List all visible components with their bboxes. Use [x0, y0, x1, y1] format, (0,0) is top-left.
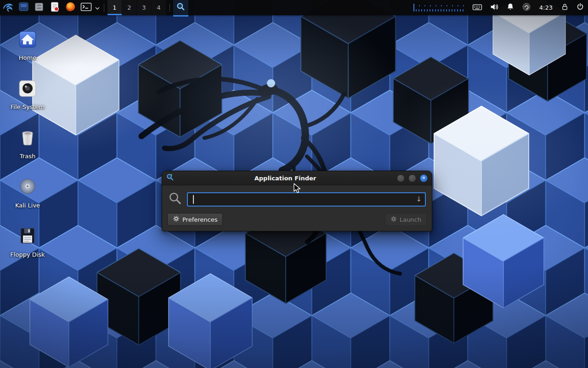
status-update-button[interactable]	[518, 0, 535, 15]
text-caret	[193, 195, 194, 204]
launcher-terminal[interactable]	[78, 0, 94, 15]
search-icon	[168, 191, 182, 207]
desktop-icon-label: Kali Live	[15, 202, 40, 209]
window-app-icon	[166, 173, 174, 183]
workspace-4[interactable]: 4	[152, 0, 166, 15]
window-controls: ✕	[397, 174, 428, 182]
launcher-text-editor[interactable]	[47, 0, 62, 15]
top-panel: 1 2 3 4	[0, 0, 588, 15]
system-monitor-graph[interactable]	[413, 3, 464, 12]
maximize-button[interactable]	[408, 174, 416, 182]
terminal-icon	[80, 2, 92, 13]
desktop-icon-label: Floppy Disk	[10, 252, 45, 259]
panel-separator	[104, 4, 104, 12]
file-cabinet-icon	[34, 2, 44, 14]
home-icon	[17, 29, 38, 52]
desktop-icon-home[interactable]: Home	[6, 29, 49, 62]
clock[interactable]: 4:23	[535, 4, 557, 11]
gear-icon	[173, 215, 180, 224]
panel-separator	[170, 4, 170, 12]
desktop-icon-label: Trash	[20, 153, 35, 160]
desktop-icon-floppy-disk[interactable]: Floppy Disk	[6, 225, 49, 259]
launch-button[interactable]: Launch	[385, 213, 427, 226]
launcher-firefox[interactable]	[62, 0, 78, 15]
titlebar[interactable]: Application Finder ✕	[162, 171, 432, 185]
desktop-icon-trash[interactable]: Trash	[6, 127, 49, 160]
launcher-files[interactable]	[16, 0, 31, 15]
chevron-down-icon	[95, 3, 100, 12]
desktop-icon-kali-live[interactable]: Kali Live	[6, 176, 49, 209]
action-row: Preferences Launch	[162, 210, 432, 231]
power-button[interactable]	[572, 0, 588, 15]
entry-dropdown-arrow[interactable]: ↓	[416, 195, 422, 203]
taskbar-app-finder[interactable]	[173, 0, 188, 17]
notifications-button[interactable]	[503, 0, 518, 15]
workspace-switcher: 1 2 3 4	[107, 0, 166, 15]
trash-icon	[17, 127, 38, 150]
bell-icon	[506, 2, 514, 13]
disc-icon	[17, 176, 38, 199]
files-icon	[18, 1, 29, 14]
desktop-icon-file-system[interactable]: File System	[6, 78, 49, 111]
window-title: Application Finder	[177, 175, 393, 182]
firefox-icon	[65, 1, 76, 14]
launch-gear-icon	[390, 216, 397, 224]
preferences-label: Preferences	[182, 216, 217, 223]
kali-menu-button[interactable]	[0, 0, 16, 15]
floppy-icon	[17, 225, 38, 248]
sync-icon	[522, 2, 531, 13]
minimize-button[interactable]	[397, 174, 405, 182]
launch-label: Launch	[400, 216, 421, 223]
dragon-eye-orb	[267, 79, 275, 87]
kali-logo-icon	[2, 1, 14, 15]
screen-lock-button[interactable]	[557, 0, 572, 15]
file-system-icon	[17, 78, 38, 101]
desktop-icon-label: File System	[11, 104, 45, 111]
application-finder-window: Application Finder ✕ ↓	[162, 171, 432, 231]
launcher-file-manager[interactable]	[31, 0, 47, 15]
workspace-1[interactable]: 1	[107, 0, 122, 15]
keyboard-indicator[interactable]	[469, 0, 486, 15]
workspace-2[interactable]: 2	[122, 0, 136, 15]
close-button[interactable]: ✕	[420, 174, 428, 182]
desktop-icon-label: Home	[19, 55, 36, 62]
terminal-menu-arrow[interactable]	[94, 0, 101, 15]
text-editor-icon	[50, 1, 60, 14]
speaker-icon	[490, 3, 499, 13]
search-input[interactable]	[187, 192, 426, 207]
lock-icon	[561, 2, 569, 13]
volume-button[interactable]	[486, 0, 503, 15]
search-row: ↓	[162, 185, 432, 210]
workspace-3[interactable]: 3	[137, 0, 151, 15]
magnifier-icon	[176, 2, 185, 13]
search-entry: ↓	[187, 192, 426, 207]
preferences-button[interactable]: Preferences	[167, 213, 223, 226]
power-icon	[576, 2, 584, 13]
keyboard-icon	[472, 3, 482, 13]
